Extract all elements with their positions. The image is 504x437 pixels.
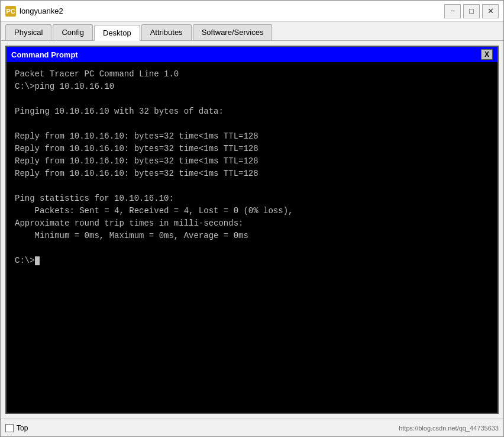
window-title: longyuanke2: [20, 7, 444, 15]
cmd-title-bar: Command Prompt X: [7, 47, 497, 62]
window-controls: − □ ✕: [444, 4, 499, 18]
app-icon: PC: [5, 6, 16, 17]
close-button[interactable]: ✕: [482, 4, 499, 18]
maximize-button[interactable]: □: [463, 4, 480, 18]
tab-bar: Physical Config Desktop Attributes Softw…: [1, 22, 503, 41]
terminal-area[interactable]: Packet Tracer PC Command Line 1.0 C:\>pi…: [7, 62, 497, 413]
terminal-line-6: Reply from 10.10.16.10: bytes=32 time<1m…: [15, 131, 259, 141]
tab-software-services[interactable]: Software/Services: [193, 24, 273, 40]
top-checkbox[interactable]: [5, 424, 14, 432]
terminal-line-14: Minimum = 0ms, Maximum = 0ms, Average = …: [15, 231, 248, 240]
main-content: Command Prompt X Packet Tracer PC Comman…: [1, 41, 503, 419]
main-window: PC longyuanke2 − □ ✕ Physical Config Des…: [0, 0, 504, 437]
terminal-line-1: Packet Tracer PC Command Line 1.0: [15, 69, 179, 79]
minimize-button[interactable]: −: [444, 4, 461, 18]
tab-desktop[interactable]: Desktop: [94, 25, 140, 41]
tab-attributes[interactable]: Attributes: [141, 24, 192, 40]
terminal-line-13: Approximate round trip times in milli-se…: [15, 218, 243, 228]
tab-config[interactable]: Config: [53, 24, 93, 40]
terminal-line-4: Pinging 10.10.16.10 with 32 bytes of dat…: [15, 107, 224, 116]
top-label: Top: [17, 424, 28, 432]
cmd-close-button[interactable]: X: [481, 49, 493, 60]
terminal-line-8: Reply from 10.10.16.10: bytes=32 time<1m…: [15, 156, 259, 166]
terminal-line-2: C:\>ping 10.10.16.10: [15, 82, 114, 91]
footer-url: https://blog.csdn.net/qq_44735633: [399, 425, 499, 432]
terminal-line-12: Packets: Sent = 4, Received = 4, Lost = …: [15, 206, 293, 216]
command-prompt-window: Command Prompt X Packet Tracer PC Comman…: [5, 46, 499, 414]
terminal-line-9: Reply from 10.10.16.10: bytes=32 time<1m…: [15, 169, 259, 178]
terminal-line-11: Ping statistics for 10.10.16.10:: [15, 194, 174, 203]
title-bar: PC longyuanke2 − □ ✕: [1, 1, 503, 22]
footer: Top https://blog.csdn.net/qq_44735633: [1, 419, 503, 436]
terminal-line-7: Reply from 10.10.16.10: bytes=32 time<1m…: [15, 144, 259, 153]
terminal-cursor: [35, 256, 40, 265]
tab-physical[interactable]: Physical: [5, 24, 51, 40]
cmd-title-text: Command Prompt: [11, 50, 481, 59]
terminal-prompt: C:\>: [15, 256, 35, 265]
